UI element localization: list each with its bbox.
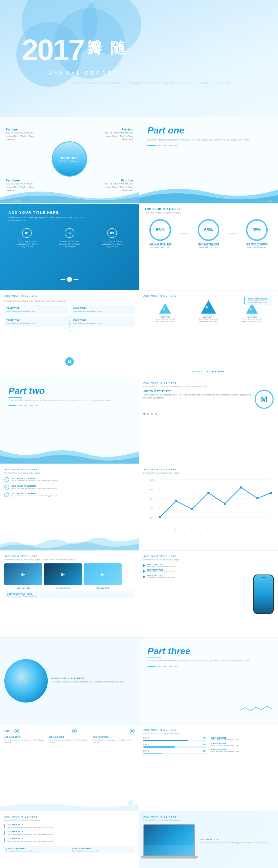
num-text-1: Text or Copy Your text and paste it here… bbox=[16, 240, 38, 248]
plus-1: + ADD YOUR TITLE Text or Copy Your text … bbox=[4, 845, 69, 854]
ci2-title: ADD YOUR TITLE HERE bbox=[11, 485, 57, 487]
row-6: ADD YOUR TITLE HERE Powerpoint Template … bbox=[0, 464, 278, 551]
circle-35: 35% ADD YOUR TITLE HERE Text or Copy You… bbox=[246, 219, 268, 248]
grid-item-4: YOUR TITLE Text or Copy Your text and pa… bbox=[71, 316, 135, 326]
ati-3: ADD YOUR TITLE Text or Copy Your text an… bbox=[4, 838, 135, 842]
pi2-text: Text or Copy Your text and paste it here… bbox=[147, 571, 176, 572]
svg-text:100: 100 bbox=[150, 479, 154, 481]
arrow-2 bbox=[143, 570, 145, 572]
laptop-screen bbox=[143, 824, 195, 856]
abc-c: C YOUR TITLE Text or Copy Your text and … bbox=[241, 303, 263, 322]
vs-title: ADD YOUR TITLE HERE bbox=[4, 555, 135, 558]
ps-sub: Powerpoint Template Designed by Mingjun bbox=[143, 559, 249, 561]
image-row: ▶ ▶ ▶ bbox=[4, 563, 135, 585]
watermark-2: saucai.com 03226417 bbox=[257, 200, 276, 202]
ci2-text: Text or Copy Your text and paste it here… bbox=[11, 487, 57, 489]
part-two-dots bbox=[8, 405, 131, 406]
row-3: ADD YOUR TITLE HERE Powerpoint Template … bbox=[0, 204, 278, 290]
il-1: ADD YOUR TITLE bbox=[4, 587, 43, 589]
num-text-3: Text or Copy Your text and paste it here… bbox=[101, 240, 123, 248]
past-icon-2 bbox=[72, 728, 77, 734]
circle-line-2 bbox=[229, 234, 237, 234]
pdot-4 bbox=[35, 405, 38, 406]
prog-content: BAR 1 70% BAR 2 50% bbox=[143, 737, 274, 756]
check-item-3: ✓ ADD YOUR TITLE HERE Text or Copy Your … bbox=[4, 492, 135, 497]
md-3 bbox=[151, 413, 153, 415]
svg-text:6: 6 bbox=[240, 528, 241, 531]
bar1-header: BAR 1 70% bbox=[143, 737, 206, 739]
svg-point-22 bbox=[191, 508, 193, 510]
sep-2 bbox=[8, 397, 22, 398]
img-3: ▶ bbox=[84, 563, 121, 585]
bar-1: BAR 1 70% bbox=[143, 737, 206, 741]
add-title-heading: ADD YOUR TITLE HERE bbox=[8, 211, 131, 215]
part-one-desc: Powerpoint Template Designed by Mingjun … bbox=[147, 138, 270, 142]
bar3-bg bbox=[143, 753, 206, 754]
ati-2: ADD YOUR TITLE Text or Copy Your text an… bbox=[4, 831, 135, 835]
pi1-text: Text or Copy Your text and paste it here… bbox=[147, 565, 176, 567]
bar-2: BAR 2 50% bbox=[143, 744, 206, 748]
laptop-mockup bbox=[143, 824, 198, 859]
past-slide: PAST ADD YOUR TITLE Text or Copy Your te… bbox=[0, 724, 139, 811]
tri-a: A bbox=[159, 303, 171, 314]
ytb-text: Text or Copy Your text and paste it here… bbox=[248, 300, 270, 303]
bar1-label: BAR 1 bbox=[143, 737, 149, 739]
pt-dot-3 bbox=[169, 665, 172, 667]
m-text-area: ADD YOUR TITLE HERE Text or Copy Your te… bbox=[143, 390, 252, 409]
gi3-title: YOUR TITLE bbox=[6, 319, 66, 321]
list-check-slide: ADD YOUR TITLE HERE Powerpoint Template … bbox=[0, 464, 139, 551]
check-1: ✓ bbox=[4, 477, 9, 482]
row-5: Part two Powerpoint Template Designed by… bbox=[0, 377, 278, 464]
ati1-title: ADD YOUR TITLE bbox=[7, 824, 135, 826]
gs-title: ADD YOUR TITLE HERE bbox=[52, 677, 123, 680]
laptop-side-text: ADD YOUR TITLE Text or Copy Your text an… bbox=[200, 838, 269, 844]
pi2-content: ADD YOUR TITLE Text or Copy Your text an… bbox=[147, 569, 176, 572]
chart-slide: ADD YOUR TITLE HERE Powerpoint Template … bbox=[139, 464, 278, 551]
pc1-title: ADD YOUR TITLE bbox=[4, 736, 47, 738]
cover-subtitle: ANNUAL REPORT bbox=[49, 70, 118, 76]
b-title: YOUR TITLE bbox=[198, 316, 219, 318]
m-body-text: Text or Copy Your text and paste it here… bbox=[143, 394, 252, 399]
add-title-bottom: + ADD YOUR TITLE HERE bbox=[145, 369, 272, 373]
tri-a-label: A bbox=[163, 307, 165, 310]
bar3-header: BAR 3 30% bbox=[143, 750, 206, 752]
num-item-2: 02 Text or Copy Your text and paste it h… bbox=[59, 228, 80, 248]
svg-text:80: 80 bbox=[150, 488, 152, 491]
circles-title: ADD YOUR TITLE HERE bbox=[145, 208, 272, 211]
m-letter: M bbox=[255, 390, 274, 409]
circle-label-2: ADD YOUR TITLE HERE bbox=[198, 243, 219, 245]
ls-sub: Powerpoint Template Designed by Mingjun bbox=[143, 819, 274, 821]
a-title: YOUR TITLE bbox=[154, 316, 176, 318]
grid-slide-sub: Powerpoint Template Designed by Mingjun … bbox=[4, 300, 135, 302]
svg-point-27 bbox=[270, 492, 272, 494]
h-rule bbox=[145, 369, 272, 369]
dark-slide-content: ADD YOUR TITLE HERE Powerpoint Template … bbox=[0, 204, 139, 229]
pi-3: ADD YOUR TITLE Text or Copy Your text an… bbox=[143, 575, 249, 578]
gi3-text: Text or Copy Your text and paste it here… bbox=[6, 322, 66, 324]
part4-title: Part four bbox=[105, 179, 133, 182]
contents-circle: contents Design by Mingjun bbox=[52, 141, 87, 177]
separator bbox=[147, 137, 161, 137]
md-2 bbox=[147, 413, 149, 415]
vbt-text: Powerpoint Template Designed by Mingjun bbox=[7, 595, 132, 597]
bottom-dots bbox=[60, 279, 79, 282]
pt-dot-a bbox=[147, 665, 156, 667]
plus-items: + ADD YOUR TITLE Text or Copy Your text … bbox=[4, 845, 135, 854]
ati-1: ADD YOUR TITLE Text or Copy Your text an… bbox=[4, 824, 135, 828]
pt-dot-2 bbox=[163, 665, 166, 667]
gi1-title: YOUR TITLE bbox=[6, 307, 66, 309]
ls-title: ADD YOUR TITLE HERE bbox=[143, 815, 274, 818]
svg-text:40: 40 bbox=[150, 507, 152, 510]
phone-text-area: ADD YOUR TITLE HERE Powerpoint Template … bbox=[143, 555, 249, 633]
a-text: Text or Copy Your text and paste it here… bbox=[154, 318, 176, 322]
watermark: saucai.com 03226417 bbox=[2, 200, 21, 202]
past-cols: ADD YOUR TITLE Text or Copy Your text an… bbox=[4, 736, 135, 744]
grid-item-3: YOUR TITLE Text or Copy Your text and pa… bbox=[4, 316, 68, 326]
cover-slide: 2017 瓣 随 ANNUAL REPORT Powerpoint Templa… bbox=[0, 0, 278, 117]
ci1-text: Text or Copy Your text and paste it here… bbox=[11, 479, 57, 482]
globe-slide: ADD YOUR TITLE HERE Powerpoint Template … bbox=[0, 638, 139, 724]
pc1-text: Text or Copy Your text and paste it here… bbox=[4, 739, 47, 744]
m-slide-title: ADD YOUR TITLE HERE bbox=[143, 381, 274, 384]
bar2-fill bbox=[143, 746, 175, 748]
progress-slide: ADD YOUR TITLE HERE Powerpoint Template … bbox=[139, 724, 278, 811]
